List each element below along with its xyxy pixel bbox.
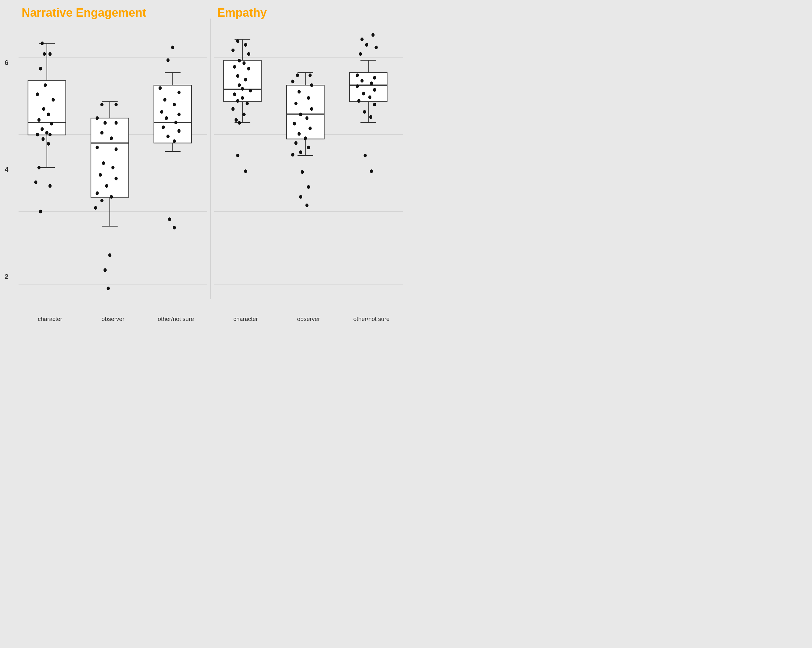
svg-point-101 [244, 78, 247, 82]
svg-point-153 [370, 170, 373, 173]
svg-point-76 [162, 125, 165, 129]
svg-point-109 [231, 107, 235, 111]
svg-point-56 [101, 199, 104, 203]
svg-point-16 [52, 98, 55, 102]
svg-rect-143 [350, 73, 387, 102]
svg-point-98 [233, 65, 236, 69]
ne-label-other: other/not sure [144, 316, 207, 322]
svg-point-46 [110, 136, 113, 140]
svg-point-159 [373, 88, 376, 92]
svg-point-38 [104, 268, 107, 272]
svg-rect-60 [154, 85, 192, 143]
y-label-4: 4 [5, 166, 8, 174]
svg-point-44 [114, 121, 118, 125]
svg-point-130 [310, 107, 313, 111]
svg-point-104 [249, 89, 252, 92]
svg-point-26 [47, 142, 50, 146]
svg-rect-33 [91, 118, 128, 197]
svg-point-112 [238, 121, 241, 125]
svg-point-148 [371, 33, 374, 37]
svg-point-47 [96, 146, 99, 149]
svg-point-24 [49, 133, 52, 136]
emp-x-labels: character observer other/not sure [214, 314, 403, 324]
svg-point-50 [111, 166, 114, 170]
svg-point-20 [50, 122, 53, 125]
narrative-engagement-panel: Narrative Engagement [15, 0, 211, 324]
svg-point-107 [236, 99, 239, 102]
svg-point-10 [40, 41, 44, 45]
svg-point-70 [163, 98, 166, 102]
svg-point-66 [168, 217, 171, 221]
ne-label-character: character [18, 316, 82, 322]
svg-point-27 [37, 166, 40, 170]
svg-point-15 [36, 92, 39, 96]
svg-point-165 [369, 115, 372, 119]
svg-point-131 [299, 113, 302, 116]
svg-point-41 [114, 102, 118, 106]
svg-point-52 [114, 177, 118, 180]
svg-point-96 [238, 59, 241, 63]
svg-point-30 [39, 209, 42, 213]
svg-point-12 [49, 52, 52, 56]
svg-point-29 [49, 184, 52, 188]
svg-point-77 [177, 129, 180, 133]
svg-point-135 [298, 132, 301, 136]
svg-point-64 [171, 46, 174, 49]
svg-point-22 [46, 131, 49, 135]
svg-point-110 [243, 113, 246, 116]
svg-point-134 [309, 127, 312, 130]
empathy-panel: Empathy [211, 0, 406, 324]
svg-point-37 [108, 253, 111, 257]
svg-point-160 [362, 92, 365, 96]
svg-rect-115 [287, 85, 324, 139]
ne-label-observer: observer [82, 316, 145, 322]
svg-point-140 [291, 153, 294, 157]
svg-point-73 [177, 113, 180, 116]
svg-point-164 [363, 110, 366, 114]
emp-label-character: character [214, 316, 277, 322]
svg-point-72 [160, 110, 163, 114]
empathy-chart [214, 21, 403, 314]
svg-point-55 [110, 195, 113, 199]
svg-point-53 [105, 184, 108, 188]
svg-point-125 [291, 80, 294, 84]
svg-point-57 [94, 206, 97, 209]
svg-point-14 [44, 83, 47, 87]
svg-point-149 [365, 43, 368, 47]
svg-point-105 [233, 92, 236, 96]
empathy-title: Empathy [214, 3, 403, 21]
narrative-engagement-title: Narrative Engagement [18, 3, 207, 21]
y-label-2: 2 [5, 273, 8, 281]
svg-point-54 [96, 191, 99, 195]
ne-x-labels: character observer other/not sure [18, 314, 207, 324]
svg-point-136 [304, 136, 307, 140]
chart-container: 6 4 2 Narrative Engagement [0, 0, 406, 324]
svg-point-124 [309, 73, 312, 77]
svg-point-28 [34, 180, 37, 184]
svg-point-23 [36, 133, 39, 136]
svg-point-68 [159, 86, 162, 90]
svg-point-13 [39, 67, 42, 70]
svg-point-103 [241, 87, 244, 90]
svg-point-158 [356, 84, 359, 88]
svg-point-133 [293, 122, 296, 125]
svg-point-69 [177, 90, 180, 94]
svg-point-128 [307, 96, 310, 100]
svg-point-91 [244, 170, 247, 173]
svg-point-67 [173, 226, 176, 229]
svg-point-122 [305, 203, 308, 207]
svg-point-99 [247, 67, 250, 70]
svg-point-102 [238, 83, 241, 87]
svg-point-123 [296, 73, 299, 77]
svg-point-74 [165, 116, 168, 120]
svg-point-71 [173, 102, 176, 106]
svg-point-21 [40, 127, 44, 131]
svg-point-90 [236, 154, 239, 157]
svg-point-152 [364, 154, 367, 157]
svg-point-137 [295, 141, 298, 145]
svg-point-48 [114, 147, 118, 151]
svg-point-93 [244, 43, 247, 47]
svg-point-162 [357, 99, 360, 102]
svg-point-94 [231, 49, 235, 52]
svg-point-108 [246, 102, 249, 105]
